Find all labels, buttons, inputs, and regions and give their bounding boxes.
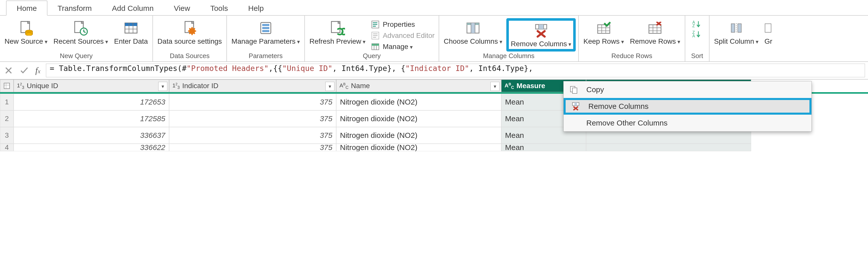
formula-cancel-button[interactable] (3, 65, 14, 76)
svg-rect-24 (373, 22, 377, 23)
data-grid: 123 Unique ID ▾ 123 Indicator ID ▾ ABC N… (0, 80, 868, 151)
svg-rect-19 (262, 24, 269, 26)
formula-str-1: "Promoted Headers" (187, 64, 269, 73)
svg-rect-32 (372, 44, 379, 46)
check-icon (20, 67, 29, 74)
filter-button[interactable]: ▾ (490, 82, 499, 91)
refresh-preview-icon (330, 19, 345, 37)
svg-rect-62 (4, 83, 9, 89)
remove-columns-button[interactable]: Remove Columns (506, 18, 576, 52)
manage-parameters-button[interactable]: Manage Parameters (229, 18, 302, 47)
tab-add-column[interactable]: Add Column (102, 1, 164, 15)
split-column-icon (729, 19, 743, 37)
group-sort: AZ ZA Sort (685, 16, 710, 61)
svg-rect-59 (738, 24, 741, 32)
manage-query-icon (371, 42, 380, 51)
cell-name[interactable]: Nitrogen dioxide (NO2) (336, 127, 501, 144)
context-remove-other-columns-label: Remove Other Columns (586, 119, 668, 127)
svg-rect-58 (731, 24, 735, 32)
group-data-sources: Data source settings Data Sources (153, 16, 227, 61)
remove-columns-icon (534, 22, 548, 39)
svg-rect-44 (598, 25, 610, 33)
filter-button[interactable]: ▾ (326, 82, 334, 91)
remove-columns-label: Remove Columns (511, 40, 567, 48)
data-source-settings-icon (183, 19, 197, 37)
row-header[interactable]: 1 (0, 94, 13, 110)
row-header[interactable]: 3 (0, 127, 13, 144)
enter-data-button[interactable]: Enter Data (112, 18, 150, 47)
keep-rows-button[interactable]: Keep Rows (581, 18, 626, 47)
cell-measure[interactable]: Mean (501, 144, 586, 151)
select-all-corner[interactable] (0, 80, 13, 92)
context-copy[interactable]: Copy (564, 81, 811, 98)
cell-unique-id[interactable]: 336622 (13, 144, 169, 151)
row-header[interactable]: 4 (0, 144, 13, 151)
sort-asc-icon: AZ (692, 20, 702, 28)
svg-rect-68 (575, 102, 577, 105)
column-header-name[interactable]: ABC Name ▾ (336, 80, 501, 92)
group-new-query-label: New Query (2, 52, 150, 60)
new-source-icon (19, 19, 33, 37)
choose-columns-label: Choose Columns (444, 37, 498, 45)
row-header[interactable]: 2 (0, 110, 13, 127)
sort-desc-button[interactable]: ZA (691, 30, 704, 38)
recent-sources-label: Recent Sources (54, 37, 104, 45)
formula-text-4: , Int64.Type}, (469, 64, 533, 73)
cell-name[interactable]: Nitrogen dioxide (NO2) (336, 110, 501, 127)
ribbon: New Source Recent Sources Enter Data New… (0, 16, 868, 62)
type-badge-text: ABC (339, 82, 348, 90)
remove-rows-icon (648, 19, 662, 37)
sort-asc-button[interactable]: AZ (691, 20, 704, 28)
manage-query-button[interactable]: Manage (370, 42, 436, 52)
cell-measure-info[interactable] (586, 144, 751, 151)
group-transform-partial: Split Column Gr (710, 16, 777, 61)
cell-name[interactable]: Nitrogen dioxide (NO2) (336, 144, 501, 151)
new-source-button[interactable]: New Source (2, 18, 50, 47)
properties-icon (371, 20, 380, 29)
cell-indicator-id[interactable]: 375 (169, 94, 336, 110)
context-remove-columns[interactable]: Remove Columns (564, 98, 811, 115)
formula-input[interactable]: = Table.TransformColumnTypes(#"Promoted … (46, 64, 865, 77)
svg-rect-25 (373, 24, 377, 25)
tab-help[interactable]: Help (238, 1, 274, 15)
cell-unique-id[interactable]: 172653 (13, 94, 169, 110)
cell-indicator-id[interactable]: 375 (169, 127, 336, 144)
context-remove-other-columns[interactable]: Remove Other Columns (564, 115, 811, 131)
choose-columns-button[interactable]: Choose Columns (442, 18, 504, 47)
data-row: 4 336622 375 Nitrogen dioxide (NO2) Mean (0, 144, 868, 151)
tab-tools[interactable]: Tools (200, 1, 238, 15)
formula-text-3: , Int64.Type}, { (333, 64, 405, 73)
data-source-settings-button[interactable]: Data source settings (155, 18, 224, 47)
svg-rect-37 (471, 23, 475, 33)
column-name: Unique ID (27, 82, 58, 90)
cell-indicator-id[interactable]: 375 (169, 144, 336, 151)
column-header-indicator-id[interactable]: 123 Indicator ID ▾ (169, 80, 336, 92)
advanced-editor-button[interactable]: Advanced Editor (370, 31, 436, 40)
group-reduce-rows-label: Reduce Rows (581, 52, 682, 60)
properties-button[interactable]: Properties (370, 20, 436, 29)
cell-name[interactable]: Nitrogen dioxide (NO2) (336, 94, 501, 110)
x-icon (5, 67, 12, 74)
formula-text-1: = Table.TransformColumnTypes(# (50, 64, 187, 73)
tab-view[interactable]: View (164, 1, 200, 15)
cell-indicator-id[interactable]: 375 (169, 110, 336, 127)
cell-unique-id[interactable]: 336637 (13, 127, 169, 144)
remove-rows-button[interactable]: Remove Rows (628, 18, 682, 47)
tab-transform[interactable]: Transform (48, 1, 102, 15)
group-by-button[interactable]: Gr (763, 18, 774, 47)
group-data-sources-label: Data Sources (155, 52, 224, 60)
filter-button[interactable]: ▾ (158, 82, 167, 91)
group-manage-columns-label: Manage Columns (442, 52, 576, 60)
group-sort-label: Sort (688, 52, 707, 60)
cell-unique-id[interactable]: 172585 (13, 110, 169, 127)
group-parameters-label: Parameters (229, 52, 302, 60)
tab-home[interactable]: Home (6, 0, 48, 16)
recent-sources-button[interactable]: Recent Sources (52, 18, 110, 47)
advanced-editor-icon (371, 31, 380, 40)
formula-accept-button[interactable] (19, 65, 30, 76)
fx-label: fx (35, 66, 40, 75)
new-source-label: New Source (4, 37, 43, 45)
refresh-preview-button[interactable]: Refresh Preview (307, 18, 368, 47)
split-column-button[interactable]: Split Column (712, 18, 761, 47)
column-header-unique-id[interactable]: 123 Unique ID ▾ (13, 80, 169, 92)
